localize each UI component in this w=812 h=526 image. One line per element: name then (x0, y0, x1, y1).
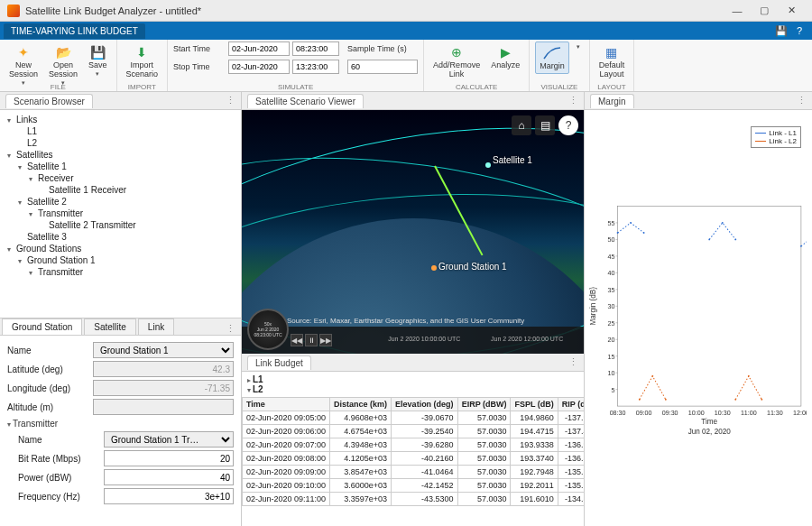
analyze-button[interactable]: ▶Analyze (487, 42, 523, 72)
tab-link[interactable]: Link (138, 318, 174, 335)
link-budget-table[interactable]: TimeDistance (km)Elevation (deg)EIRP (dB… (242, 397, 584, 506)
svg-point-34 (617, 232, 619, 234)
panel-menu-icon[interactable]: ⋮ (226, 95, 235, 106)
bitrate-input[interactable] (104, 450, 234, 466)
tree-node[interactable]: Satellite 2 Transmitter (2, 219, 239, 231)
svg-text:35: 35 (608, 287, 615, 294)
margin-button[interactable]: Margin (535, 42, 569, 74)
l1-toggle[interactable]: ▸L1 (247, 374, 578, 384)
margin-menu-icon[interactable]: ⋮ (797, 95, 807, 106)
tree-node[interactable]: ▾Satellite 2 (2, 196, 239, 208)
proptabs-menu-icon[interactable]: ⋮ (226, 323, 241, 335)
scenario-tree[interactable]: ▾LinksL1L2▾Satellites▾Satellite 1▾Receiv… (0, 110, 241, 318)
sat1-label: Satellite 1 (493, 155, 532, 165)
stop-date-input[interactable] (228, 60, 290, 74)
svg-text:15: 15 (608, 354, 615, 361)
svg-point-40 (800, 245, 802, 247)
save-button[interactable]: 💾Save▾ (85, 42, 111, 79)
rewind-button[interactable]: ◀◀ (291, 334, 303, 346)
save-all-icon[interactable]: 💾 (774, 23, 789, 38)
power-input[interactable] (104, 469, 234, 485)
tree-node[interactable]: ▾Transmitter (2, 208, 239, 219)
tree-node[interactable]: ▾Transmitter (2, 266, 239, 278)
tree-node[interactable]: L1 (2, 125, 239, 137)
app-logo-icon (7, 5, 20, 17)
svg-point-35 (630, 222, 632, 224)
group-title-layout: LAYOUT (590, 83, 634, 91)
sample-time-input[interactable] (347, 60, 418, 74)
close-button[interactable]: ✕ (778, 3, 805, 19)
svg-point-36 (643, 232, 645, 234)
start-time-label: Start Time (173, 44, 226, 53)
forward-button[interactable]: ▶▶ (319, 334, 332, 346)
scenario-viewer[interactable]: Satellite 1 Ground Station 1 ⌂ ▤ ? Sourc… (242, 110, 584, 354)
tab-satellite[interactable]: Satellite (84, 318, 136, 335)
longitude-label: Longitude (deg) (7, 383, 93, 393)
clock-icon[interactable]: 50xJun 2 202008:23:00 UTC (247, 309, 289, 350)
svg-text:30: 30 (608, 303, 615, 310)
tree-node[interactable]: L2 (2, 137, 239, 149)
group-title-calculate: CALCULATE (424, 83, 529, 91)
tx-name-select[interactable]: Ground Station 1 Tr… (104, 431, 234, 448)
svg-text:12:00: 12:00 (793, 410, 807, 417)
viewer-title: Satellite Scenario Viewer (247, 94, 364, 108)
layers-icon[interactable]: ▤ (535, 115, 555, 135)
minimize-button[interactable]: — (724, 3, 751, 19)
default-layout-button[interactable]: ▦DefaultLayout (595, 42, 629, 81)
pause-button[interactable]: ⏸ (305, 334, 318, 346)
svg-text:Margin (dB): Margin (dB) (589, 287, 597, 326)
home-icon[interactable]: ⌂ (512, 115, 531, 135)
tree-node[interactable]: Satellite 3 (2, 231, 239, 243)
svg-text:55: 55 (608, 220, 615, 227)
help-icon[interactable]: ? (792, 23, 807, 38)
tree-node[interactable]: ▾Satellites (2, 149, 239, 161)
open-session-button[interactable]: 📂OpenSession▾ (45, 42, 81, 88)
stop-hour-input[interactable] (292, 60, 339, 74)
tree-node[interactable]: ▾Ground Stations (2, 243, 239, 254)
tick-1: Jun 2 2020 10:00:00 UTC (388, 336, 460, 342)
tree-node[interactable]: ▾Satellite 1 (2, 161, 239, 172)
group-title-simulate: SIMULATE (168, 83, 423, 91)
group-title-import: IMPORT (117, 83, 168, 91)
freq-input[interactable] (104, 488, 234, 504)
start-date-input[interactable] (228, 42, 290, 56)
group-title-visualize: VISUALIZE (530, 83, 589, 91)
svg-text:Time: Time (701, 418, 717, 426)
svg-text:09:00: 09:00 (636, 410, 652, 417)
tab-time-varying-link-budget[interactable]: TIME-VARYING LINK BUDGET (4, 23, 145, 39)
tree-node[interactable]: ▾Links (2, 114, 239, 125)
chart-legend: Link - L1 Link - L2 (751, 126, 801, 148)
svg-text:11:00: 11:00 (741, 410, 757, 417)
svg-point-38 (722, 222, 724, 224)
start-hour-input[interactable] (292, 42, 339, 56)
svg-point-46 (748, 375, 750, 377)
name-label: Name (7, 346, 93, 355)
import-scenario-button[interactable]: ⬇ImportScenario (123, 42, 162, 81)
tree-node[interactable]: ▾Receiver (2, 172, 239, 184)
new-session-button[interactable]: ✦NewSession▾ (5, 42, 42, 88)
svg-text:5: 5 (612, 387, 615, 394)
margin-chart[interactable]: 51015202530354045505508:3009:0009:3010:0… (585, 110, 812, 526)
l2-toggle[interactable]: ▾L2 (247, 384, 578, 394)
svg-text:25: 25 (608, 320, 615, 328)
visualize-more-button[interactable]: ▾ (573, 42, 584, 52)
name-select[interactable]: Ground Station 1 (93, 342, 234, 358)
maximize-button[interactable]: ▢ (751, 3, 778, 19)
transmitter-section: ▾Transmitter (7, 419, 234, 429)
question-icon[interactable]: ? (558, 115, 578, 135)
tree-node[interactable]: ▾Ground Station 1 (2, 254, 239, 266)
longitude-input (93, 380, 234, 396)
tab-ground-station[interactable]: Ground Station (2, 318, 82, 335)
svg-text:50: 50 (608, 236, 615, 244)
svg-text:08:30: 08:30 (610, 410, 626, 417)
viewer-menu-icon[interactable]: ⋮ (568, 95, 578, 106)
add-remove-link-button[interactable]: ⊕Add/RemoveLink (429, 42, 484, 81)
svg-point-37 (708, 238, 710, 240)
latitude-label: Latitude (deg) (7, 365, 93, 374)
svg-text:09:30: 09:30 (662, 410, 678, 417)
svg-point-44 (665, 399, 667, 401)
lb-menu-icon[interactable]: ⋮ (568, 356, 578, 368)
stop-time-label: Stop Time (173, 62, 226, 71)
svg-text:10:00: 10:00 (688, 410, 705, 417)
tree-node[interactable]: Satellite 1 Receiver (2, 184, 239, 196)
